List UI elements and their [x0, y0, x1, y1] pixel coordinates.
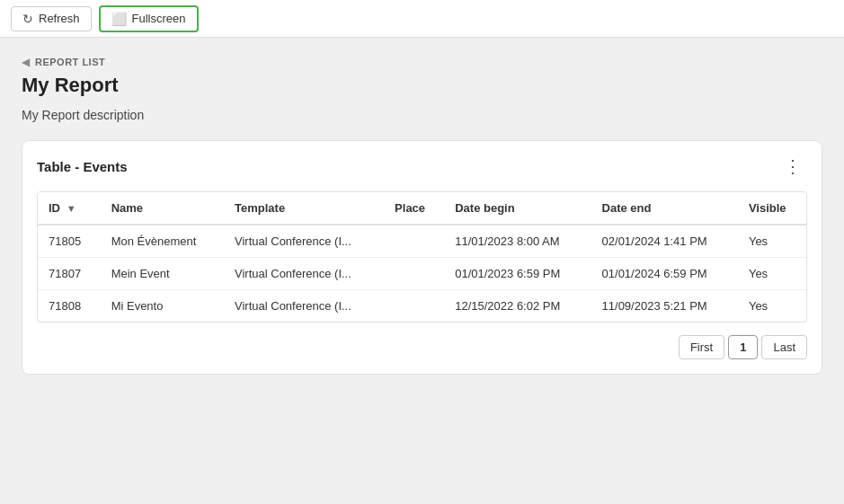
cell-visible: Yes: [738, 258, 806, 290]
cell-date_begin: 01/01/2023 6:59 PM: [444, 258, 591, 290]
first-page-button[interactable]: First: [679, 335, 724, 359]
cell-visible: Yes: [738, 225, 806, 258]
cell-place: [384, 290, 444, 323]
fullscreen-button[interactable]: ⬜ Fullscreen: [99, 5, 199, 32]
table-title: Table - Events: [37, 159, 128, 174]
cell-name: Mein Event: [101, 258, 224, 290]
fullscreen-icon: ⬜: [111, 12, 127, 26]
breadcrumb: ◀ REPORT LIST: [22, 56, 822, 68]
cell-date_begin: 12/15/2022 6:02 PM: [444, 290, 591, 323]
cell-place: [384, 225, 444, 258]
table-header: Table - Events ⋮: [37, 155, 807, 177]
cell-template: Virtual Conference (I...: [224, 290, 384, 323]
cell-id: 71808: [38, 290, 101, 323]
fullscreen-label: Fullscreen: [132, 12, 186, 25]
refresh-button[interactable]: ↻ Refresh: [11, 6, 92, 31]
table-card: Table - Events ⋮ ID ▼ Name Template Plac…: [22, 140, 822, 375]
cell-date_end: 11/09/2023 5:21 PM: [591, 290, 738, 323]
table-header-row: ID ▼ Name Template Place Date begin Date…: [38, 192, 806, 225]
col-header-id[interactable]: ID ▼: [38, 192, 101, 225]
table-body: 71805Mon ÉvènementVirtual Conference (I.…: [38, 225, 806, 322]
sort-arrow-id: ▼: [67, 203, 76, 214]
last-page-button[interactable]: Last: [761, 335, 807, 359]
col-header-template: Template: [224, 192, 384, 225]
events-table: ID ▼ Name Template Place Date begin Date…: [38, 192, 806, 322]
cell-date_begin: 11/01/2023 8:00 AM: [444, 225, 591, 258]
cell-date_end: 02/01/2024 1:41 PM: [591, 225, 738, 258]
table-menu-button[interactable]: ⋮: [778, 155, 807, 177]
table-scroll-container[interactable]: ID ▼ Name Template Place Date begin Date…: [37, 191, 807, 323]
refresh-label: Refresh: [39, 12, 80, 25]
page-description: My Report description: [22, 108, 822, 122]
cell-id: 71805: [38, 225, 101, 258]
cell-template: Virtual Conference (I...: [224, 225, 384, 258]
current-page-button[interactable]: 1: [728, 335, 758, 359]
breadcrumb-arrow: ◀: [22, 56, 30, 68]
cell-id: 71807: [38, 258, 101, 290]
table-row: 71808Mi EventoVirtual Conference (I...12…: [38, 290, 806, 323]
refresh-icon: ↻: [22, 12, 33, 26]
cell-name: Mon Évènement: [101, 225, 224, 258]
col-header-visible: Visible: [738, 192, 806, 225]
col-header-name: Name: [101, 192, 224, 225]
cell-date_end: 01/01/2024 6:59 PM: [591, 258, 738, 290]
toolbar: ↻ Refresh ⬜ Fullscreen: [0, 0, 844, 38]
cell-place: [384, 258, 444, 290]
col-header-place: Place: [384, 192, 444, 225]
col-header-date-end: Date end: [591, 192, 738, 225]
page-title: My Report: [22, 74, 822, 97]
page-content: ◀ REPORT LIST My Report My Report descri…: [0, 38, 844, 393]
cell-name: Mi Evento: [101, 290, 224, 323]
table-row: 71807Mein EventVirtual Conference (I...0…: [38, 258, 806, 290]
pagination: First 1 Last: [37, 335, 807, 359]
col-header-date-begin: Date begin: [444, 192, 591, 225]
cell-visible: Yes: [738, 290, 806, 323]
table-row: 71805Mon ÉvènementVirtual Conference (I.…: [38, 225, 806, 258]
breadcrumb-label: REPORT LIST: [35, 57, 105, 67]
cell-template: Virtual Conference (I...: [224, 258, 384, 290]
